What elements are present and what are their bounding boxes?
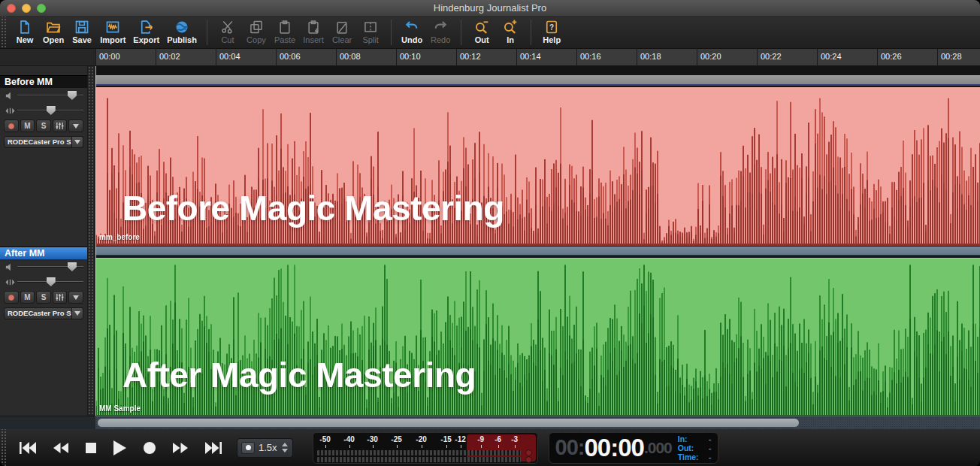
solo-button[interactable]: S <box>36 120 51 132</box>
new-label: New <box>17 35 34 44</box>
input-device-select[interactable]: RODECaster Pro St... <box>4 136 72 148</box>
import-button[interactable]: Import <box>96 18 129 47</box>
time-millis: .000 <box>644 439 672 457</box>
hscroll-spacer <box>0 416 95 429</box>
ruler-tick[interactable]: 00:02 <box>156 49 216 65</box>
speed-record-toggle[interactable] <box>241 442 255 454</box>
rewind-button[interactable] <box>53 443 68 453</box>
track-title-after-mm[interactable]: After MM <box>0 247 88 259</box>
panel-resize-grip[interactable] <box>87 66 95 416</box>
volume-slider[interactable] <box>17 91 83 100</box>
volume-slider[interactable] <box>17 262 83 271</box>
mixer-button[interactable] <box>53 120 68 132</box>
zoom-in-button[interactable]: In <box>496 18 525 47</box>
meter-tick <box>446 445 447 448</box>
fast-forward-button[interactable] <box>173 443 188 453</box>
clip-label-before: mm_before <box>99 233 140 241</box>
pan-slider[interactable] <box>17 106 83 115</box>
ruler-tick[interactable]: 00:00 <box>95 49 156 65</box>
open-button[interactable]: Open <box>39 18 68 47</box>
arm-record-button[interactable] <box>4 120 19 132</box>
skip-to-end-button[interactable] <box>205 442 222 454</box>
pan-slider-thumb[interactable] <box>47 106 56 115</box>
clip-after-mm[interactable]: After Magic Mastering MM Sample <box>95 258 980 416</box>
paste-clipboard-icon <box>277 20 292 35</box>
cut-scissors-icon <box>220 20 235 35</box>
speed-down-button[interactable] <box>282 449 288 452</box>
ruler-tick[interactable]: 00:20 <box>697 49 757 65</box>
close-button[interactable] <box>7 4 16 13</box>
ruler-tick[interactable]: 00:10 <box>396 49 456 65</box>
mixer-button[interactable] <box>53 291 68 304</box>
new-button[interactable]: New <box>11 18 39 47</box>
ruler-tick[interactable]: 00:08 <box>336 49 396 65</box>
volume-slider-thumb[interactable] <box>68 91 77 100</box>
ruler-tick[interactable]: 00:22 <box>757 49 817 65</box>
ruler-tick[interactable]: 00:26 <box>877 49 937 65</box>
horizontal-scrollbar[interactable] <box>95 416 980 429</box>
zoom-button[interactable] <box>37 4 46 13</box>
meter-scale-label: -12 <box>455 435 465 443</box>
device-dropdown-arrow[interactable] <box>72 136 83 148</box>
toolbar-separator <box>207 20 207 45</box>
ruler-tick[interactable]: 00:06 <box>276 49 336 65</box>
ruler-tick[interactable]: 00:18 <box>637 49 697 65</box>
stop-button[interactable] <box>86 443 96 453</box>
speed-up-button[interactable] <box>282 443 288 446</box>
export-button[interactable]: Export <box>129 18 163 47</box>
volume-slider-thumb[interactable] <box>68 262 77 271</box>
clip-indicator-left[interactable] <box>525 449 532 456</box>
track-menu-button[interactable] <box>68 291 83 304</box>
horizontal-scrollbar-thumb[interactable] <box>98 419 799 427</box>
ruler-tick[interactable]: 00:12 <box>456 49 516 65</box>
help-button[interactable]: ? Help <box>537 18 566 47</box>
chevron-down-icon <box>73 124 79 129</box>
app-window: Hindenburg Journalist Pro New Open Save … <box>0 0 980 466</box>
ruler-tick[interactable]: 00:24 <box>817 49 877 65</box>
export-icon <box>139 20 154 35</box>
toolbar-grip[interactable] <box>0 17 6 48</box>
timeline-ruler[interactable]: 00:0000:0200:0400:0600:0800:1000:1200:14… <box>95 49 980 66</box>
track-title-before-mm[interactable]: Before MM <box>0 75 88 88</box>
skip-to-start-button[interactable] <box>20 442 36 454</box>
clip-header-after[interactable] <box>95 247 980 256</box>
ruler-tick[interactable]: 00:14 <box>516 49 576 65</box>
play-button[interactable] <box>113 440 126 455</box>
track-sidebar: Before MM M <box>0 66 95 416</box>
solo-button[interactable]: S <box>36 291 51 304</box>
pan-slider[interactable] <box>17 277 83 286</box>
playhead[interactable] <box>95 66 96 416</box>
out-field: Out: - <box>678 443 712 452</box>
rewind-icon <box>53 443 68 453</box>
open-folder-icon <box>46 20 61 35</box>
arm-record-button[interactable] <box>4 291 19 304</box>
save-button[interactable]: Save <box>68 18 96 47</box>
pan-slider-thumb[interactable] <box>47 277 56 286</box>
ruler-tick[interactable]: 00:16 <box>576 49 637 65</box>
clip-header-before[interactable] <box>95 75 980 86</box>
minimize-button[interactable] <box>22 4 31 13</box>
device-dropdown-arrow[interactable] <box>72 307 83 319</box>
mute-button[interactable]: M <box>20 120 35 132</box>
toolbar-history-group: Undo Redo <box>393 17 459 48</box>
track-menu-button[interactable] <box>68 120 83 132</box>
time-minsec: 00:00 <box>585 434 644 462</box>
time-value: - <box>709 452 712 461</box>
device-row: RODECaster Pro St... <box>0 304 88 319</box>
meter-scale-label: -6 <box>495 435 501 443</box>
transport-grip[interactable] <box>0 429 6 466</box>
undo-button[interactable]: Undo <box>398 18 426 47</box>
input-device-select[interactable]: RODECaster Pro St... <box>4 307 72 319</box>
toolbar-edit-group: Cut Copy Paste Insert Clear Split <box>209 17 389 48</box>
clip-indicator-right[interactable] <box>525 456 532 463</box>
playback-speed-control: 1.5x <box>237 438 293 458</box>
record-button[interactable] <box>144 442 156 454</box>
ruler-tick[interactable]: 00:28 <box>937 49 980 65</box>
clip-before-mm[interactable]: Before Magic Mastering mm_before <box>95 87 980 246</box>
publish-button[interactable]: Publish <box>163 18 201 47</box>
zoom-out-button[interactable]: Out <box>467 18 496 47</box>
mute-button[interactable]: M <box>20 291 35 304</box>
record-dot-icon <box>8 123 14 129</box>
ruler-tick[interactable]: 00:04 <box>216 49 276 65</box>
toolbar: New Open Save Import Export Publish <box>0 17 980 49</box>
